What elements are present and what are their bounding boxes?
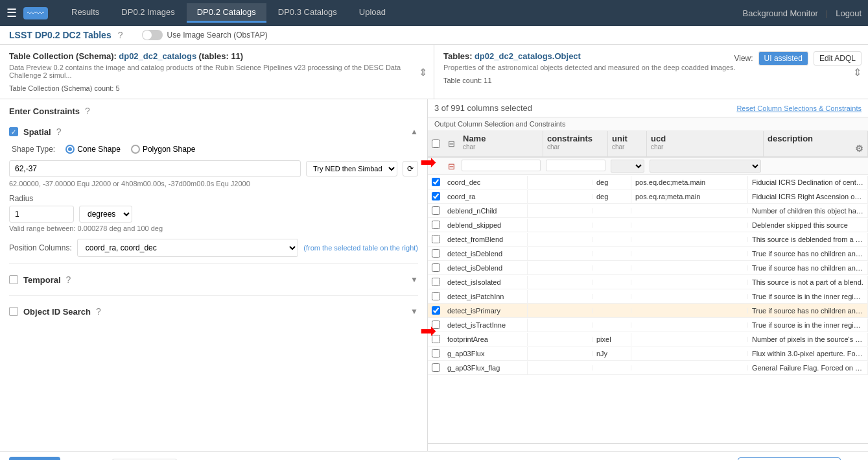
row-checkbox[interactable] — [432, 306, 440, 315]
row-constraints[interactable] — [528, 322, 592, 328]
polygon-shape-radio[interactable] — [131, 145, 140, 154]
constraints-help-icon[interactable]: ? — [85, 106, 90, 116]
row-checkbox[interactable] — [432, 263, 440, 272]
temporal-checkbox[interactable] — [9, 275, 18, 284]
row-constraints[interactable] — [528, 208, 592, 213]
cone-shape-radio[interactable] — [65, 145, 75, 154]
row-checkbox[interactable] — [432, 206, 440, 215]
tab-dp03-catalogs[interactable]: DP0.3 Catalogs — [268, 3, 347, 23]
table-row[interactable]: detect_fromBlend This source is deblende… — [428, 232, 868, 247]
radius-input[interactable] — [9, 206, 74, 223]
position-input[interactable] — [9, 160, 301, 177]
lsst-help-icon[interactable]: ? — [118, 30, 123, 40]
shape-type-label: Shape Type: — [12, 145, 55, 154]
object-id-expand-icon[interactable]: ▼ — [410, 307, 418, 316]
object-id-checkbox[interactable] — [9, 307, 18, 316]
unit-select[interactable]: degrees — [79, 206, 132, 223]
spatial-collapse-icon[interactable]: ▲ — [410, 127, 418, 136]
object-id-help-icon[interactable]: ? — [96, 306, 101, 317]
filter-funnel-icon[interactable]: ⊟ — [448, 162, 455, 171]
row-constraints[interactable] — [528, 237, 592, 242]
table-row[interactable]: detect_isPatchInn True if source is in t… — [428, 289, 868, 304]
table-row[interactable]: deblend_skipped Deblender skipped this s… — [428, 218, 868, 232]
scroll-inner — [428, 444, 868, 444]
row-checkbox[interactable] — [432, 335, 440, 343]
row-ucd — [631, 308, 748, 313]
row-checkbox[interactable] — [432, 221, 440, 229]
row-constraints[interactable] — [528, 223, 592, 228]
schema-name[interactable]: dp02_dc2_catalogs — [119, 51, 196, 61]
row-constraints[interactable] — [528, 280, 592, 285]
table-row[interactable]: g_ap03Flux_flag General Failure Flag. Fo… — [428, 361, 868, 375]
select-all-checkbox[interactable] — [432, 139, 440, 148]
position-cols-select[interactable]: coord_ra, coord_dec — [77, 239, 299, 257]
temporal-expand-icon[interactable]: ▼ — [410, 275, 418, 284]
table-row[interactable]: coord_ra deg pos.eq.ra;meta.main Fiducia… — [428, 189, 868, 204]
row-checkbox[interactable] — [432, 278, 440, 286]
row-checkbox[interactable] — [432, 192, 440, 200]
table-row[interactable]: detect_isDeblend True if source has no c… — [428, 261, 868, 275]
table-row[interactable]: deblend_nChild Number of children this o… — [428, 204, 868, 218]
row-constraints[interactable] — [528, 265, 592, 271]
filter-name-input[interactable] — [462, 160, 541, 171]
temporal-section[interactable]: Temporal ? ▼ — [9, 271, 418, 289]
row-checkbox[interactable] — [432, 349, 440, 357]
tables-expand-icon[interactable]: ⇕ — [853, 66, 862, 78]
tab-upload[interactable]: Upload — [349, 3, 396, 23]
row-checkbox[interactable] — [432, 235, 440, 243]
filter-ucd-select[interactable] — [650, 160, 761, 173]
row-description: True if source has no children and is in — [748, 261, 868, 274]
table-collection-panel: Table Collection (Schema): dp02_dc2_cata… — [0, 45, 434, 99]
reset-columns-link[interactable]: Reset Column Selections & Constraints — [736, 104, 862, 112]
table-row[interactable]: footprintArea pixel Number of pixels in … — [428, 332, 868, 346]
table-row[interactable]: detect_isPrimary True if source has no c… — [428, 304, 868, 318]
edit-adql-button[interactable]: Edit ADQL — [814, 51, 862, 66]
row-checkbox[interactable] — [432, 249, 440, 258]
horizontal-scrollbar[interactable] — [428, 443, 868, 451]
row-constraints[interactable] — [528, 365, 592, 370]
table-row[interactable]: coord_dec deg pos.eq.dec;meta.main Fiduc… — [428, 175, 868, 189]
table-row[interactable]: detect_isIsolated This source is not a p… — [428, 275, 868, 289]
row-constraints[interactable] — [528, 251, 592, 256]
filter-icon[interactable]: ⊟ — [448, 139, 455, 149]
hamburger-menu[interactable]: ☰ — [6, 6, 17, 20]
simbad-select[interactable]: Try NED then Simbad — [306, 161, 397, 176]
populate-adql-button[interactable]: Populate and edit ADQL — [738, 457, 841, 461]
row-description: General Failure Flag. Forced on g-band — [748, 361, 868, 374]
row-constraints[interactable] — [528, 294, 592, 299]
tab-dp02-catalogs[interactable]: DP0.2 Catalogs — [187, 3, 266, 23]
ui-assisted-button[interactable]: UI assisted — [758, 51, 808, 66]
search-button[interactable]: Search — [9, 457, 60, 460]
row-constraints[interactable] — [528, 351, 592, 356]
row-checkbox[interactable] — [432, 178, 440, 186]
table-row[interactable]: g_ap03Flux nJy Flux within 3.0-pixel ape… — [428, 346, 868, 361]
row-checkbox[interactable] — [432, 363, 440, 372]
filter-constraints-input[interactable] — [546, 160, 605, 171]
settings-icon[interactable]: ⚙ — [855, 143, 863, 154]
polygon-shape-option[interactable]: Polygon Shape — [131, 145, 195, 154]
logout-link[interactable]: Logout — [836, 8, 862, 18]
table-row[interactable]: detect_isDeblend True if source has no c… — [428, 247, 868, 261]
row-checkbox[interactable] — [432, 292, 440, 300]
cone-shape-option[interactable]: Cone Shape — [65, 145, 121, 154]
row-checkbox-cell — [428, 361, 443, 374]
tab-dp02-images[interactable]: DP0.2 Images — [111, 3, 185, 23]
object-id-section[interactable]: Object ID Search ? ▼ — [9, 302, 418, 321]
background-monitor-link[interactable]: Background Monitor — [743, 8, 818, 18]
row-checkbox-cell — [428, 232, 443, 246]
temporal-help-icon[interactable]: ? — [66, 274, 71, 285]
tab-results[interactable]: Results — [61, 3, 110, 23]
spatial-help-icon[interactable]: ? — [56, 127, 62, 137]
refresh-button[interactable]: ⟳ — [403, 161, 418, 176]
row-checkbox[interactable] — [432, 321, 440, 329]
row-constraints[interactable] — [528, 337, 592, 342]
filter-unit-select[interactable] — [611, 160, 644, 173]
table-row[interactable]: detect_isTractInne True if source is in … — [428, 318, 868, 332]
image-search-toggle[interactable] — [142, 30, 163, 40]
table-collection-expand-icon[interactable]: ⇕ — [419, 66, 427, 78]
row-constraints[interactable] — [528, 308, 592, 313]
spatial-checkbox[interactable]: ✓ — [9, 127, 18, 136]
table-name[interactable]: dp02_dc2_catalogs.Object — [475, 51, 581, 61]
row-constraints[interactable] — [528, 194, 592, 199]
row-constraints[interactable] — [528, 180, 592, 185]
